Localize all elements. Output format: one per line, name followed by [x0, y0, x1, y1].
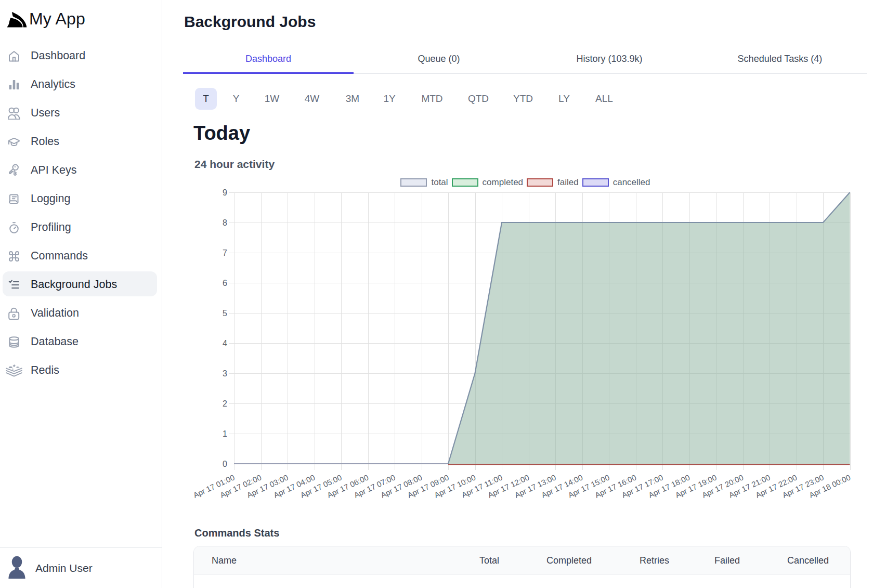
svg-text:0: 0	[223, 460, 227, 468]
svg-text:4: 4	[223, 339, 227, 348]
svg-text:2: 2	[223, 399, 227, 408]
svg-text:7: 7	[223, 249, 227, 257]
svg-text:5: 5	[223, 309, 227, 318]
svg-text:1: 1	[223, 429, 227, 438]
svg-text:8: 8	[223, 218, 227, 227]
svg-text:3: 3	[223, 369, 227, 378]
svg-text:9: 9	[223, 188, 227, 197]
svg-text:6: 6	[223, 279, 227, 288]
